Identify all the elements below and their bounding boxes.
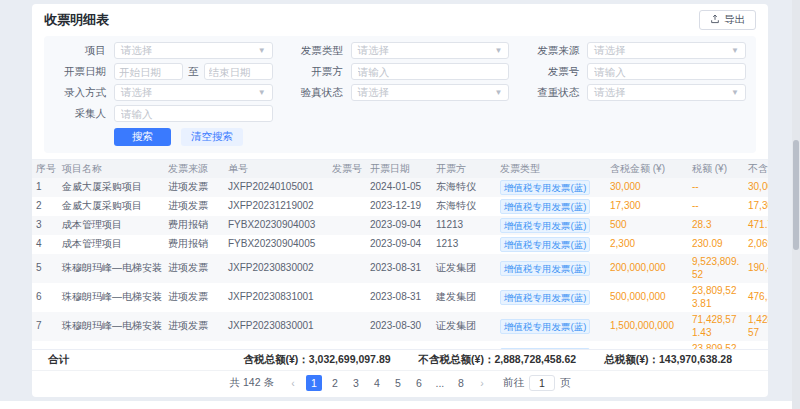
page-button-3[interactable]: 3: [348, 375, 364, 391]
end-date-input[interactable]: [204, 63, 273, 80]
cell-source: 费用报销: [164, 235, 224, 254]
start-date-input[interactable]: [114, 63, 183, 80]
table-body: 1 金威大厦采购项目 进项发票 JXFP20240105001 2024-01-…: [32, 178, 768, 349]
verify-status-select[interactable]: 请选择 ▼: [351, 84, 510, 101]
cell-source: 进项发票: [164, 178, 224, 197]
cell-tax: 23,809,523.81: [688, 341, 744, 349]
cell-net: 30,000: [744, 178, 768, 197]
collector-input[interactable]: [114, 105, 273, 122]
jumper-input[interactable]: [529, 375, 555, 391]
cell-invoice-no: [328, 283, 366, 312]
prev-page-button[interactable]: ‹: [285, 375, 301, 391]
page-button-1[interactable]: 1: [306, 375, 322, 391]
chevron-down-icon: ▼: [258, 89, 266, 97]
filter-entry-method: 录入方式 请选择 ▼: [54, 84, 273, 101]
page-button-8[interactable]: 8: [453, 375, 469, 391]
bottom-strip: [0, 401, 792, 409]
invoice-type-select[interactable]: 请选择 ▼: [351, 42, 510, 59]
cell-type: 增值税专用发票(蓝): [496, 235, 606, 254]
cell-issuer: 建发集团: [432, 341, 496, 349]
table-row[interactable]: 7 珠穆朗玛峰—电梯安装 进项发票 JXFP20230830001 2023-0…: [32, 312, 768, 341]
filter-invoice-date-label: 开票日期: [54, 65, 106, 79]
cell-order-no: FYBX20230904005: [224, 235, 328, 254]
cell-date: 2023-08-31: [366, 254, 432, 283]
clear-search-button[interactable]: 清空搜索: [181, 128, 243, 146]
verify-status-select-value: 请选择: [358, 86, 390, 100]
cell-amount: 500,000,000: [606, 341, 688, 349]
cell-invoice-no: [328, 341, 366, 349]
cell-order-no: FYBX20230904003: [224, 216, 328, 235]
column-header-order-no: 单号: [224, 160, 328, 178]
export-button[interactable]: 导出: [699, 10, 756, 30]
table-row[interactable]: 2 金威大厦采购项目 进项发票 JXFP20231219002 2023-12-…: [32, 197, 768, 216]
cell-issuer: 建发集团: [432, 283, 496, 312]
filter-project: 项目 请选择 ▼: [54, 42, 273, 59]
invoice-type-badge: 增值税专用发票(蓝): [500, 199, 590, 214]
column-header-project: 项目名称: [58, 160, 164, 178]
invoice-source-select[interactable]: 请选择 ▼: [587, 42, 746, 59]
project-select[interactable]: 请选择 ▼: [114, 42, 273, 59]
table-row[interactable]: 5 珠穆朗玛峰—电梯安装 进项发票 JXFP20230830002 2023-0…: [32, 254, 768, 283]
table-row[interactable]: 3 成本管理项目 费用报销 FYBX20230904003 2023-09-04…: [32, 216, 768, 235]
cell-source: 费用报销: [164, 216, 224, 235]
cell-issuer: 11213: [432, 216, 496, 235]
chevron-down-icon: ▼: [731, 89, 739, 97]
cell-net: 476,190,476.19: [744, 341, 768, 349]
cell-project: 成本管理项目: [58, 216, 164, 235]
page-button-4[interactable]: 4: [369, 375, 385, 391]
cell-net: 1,428,571,428.57: [744, 312, 768, 341]
page-button-5[interactable]: 5: [390, 375, 406, 391]
cell-invoice-no: [328, 197, 366, 216]
cell-project: 珠穆朗玛峰—电梯安装: [58, 312, 164, 341]
cell-index: 7: [32, 312, 58, 341]
summary-label: 合计: [48, 353, 69, 367]
filter-invoice-type-label: 发票类型: [291, 44, 343, 58]
entry-method-select[interactable]: 请选择 ▼: [114, 84, 273, 101]
pagination: 共 142 条 ‹ 1 2 3 4 5 6 ... 8 › 前往 页: [32, 370, 768, 397]
table-row[interactable]: 1 金威大厦采购项目 进项发票 JXFP20240105001 2024-01-…: [32, 178, 768, 197]
filter-invoice-type: 发票类型 请选择 ▼: [291, 42, 510, 59]
page-button-6[interactable]: 6: [411, 375, 427, 391]
cell-net: 2,069.91: [744, 235, 768, 254]
filter-issuer: 开票方: [291, 63, 510, 80]
cell-tax: 28.3: [688, 216, 744, 235]
page-button-2[interactable]: 2: [327, 375, 343, 391]
cell-amount: 1,500,000,000: [606, 312, 688, 341]
cell-tax: 23,809,523.81: [688, 283, 744, 312]
filter-duplicate-status: 查重状态 请选择 ▼: [527, 84, 746, 101]
table-row[interactable]: 4 成本管理项目 费用报销 FYBX20230904005 2023-09-04…: [32, 235, 768, 254]
filter-invoice-source: 发票来源 请选择 ▼: [527, 42, 746, 59]
cell-index: 5: [32, 254, 58, 283]
cell-issuer: 1213: [432, 235, 496, 254]
cell-invoice-no: [328, 178, 366, 197]
search-button[interactable]: 搜索: [114, 128, 171, 146]
filter-invoice-source-label: 发票来源: [527, 44, 579, 58]
cell-type: 增值税专用发票(蓝): [496, 341, 606, 349]
cell-source: 进项发票: [164, 283, 224, 312]
invoice-no-input[interactable]: [587, 63, 746, 80]
cell-project: 金威大厦采购项目: [58, 178, 164, 197]
invoice-type-badge: 增值税专用发票(蓝): [500, 237, 590, 252]
vertical-scrollbar-track: [792, 0, 800, 409]
export-button-label: 导出: [724, 13, 745, 27]
invoice-type-badge: 增值税专用发票(蓝): [500, 319, 590, 334]
table-row[interactable]: 6 珠穆朗玛峰—电梯安装 进项发票 JXFP20230831001 2023-0…: [32, 283, 768, 312]
date-range-picker: 至: [114, 63, 273, 80]
next-page-button[interactable]: ›: [474, 375, 490, 391]
vertical-scrollbar-thumb[interactable]: [793, 140, 799, 250]
pagination-total: 共 142 条: [230, 376, 274, 390]
jumper-prefix: 前往: [503, 376, 524, 390]
summary-tax-total: 总税额(¥)：143,970,638.28: [604, 353, 732, 367]
issuer-input[interactable]: [351, 63, 510, 80]
filter-actions: 搜索 清空搜索: [114, 128, 746, 146]
filter-issuer-label: 开票方: [291, 65, 343, 79]
invoice-table-wrap: 序号 项目名称 发票来源 单号 发票号 开票日期 开票方 发票类型 含税金额 (…: [32, 159, 768, 349]
duplicate-status-select[interactable]: 请选择 ▼: [587, 84, 746, 101]
table-row[interactable]: 8 珠穆朗玛峰—电梯安装 进项发票 JXFP20230830003 2023-0…: [32, 341, 768, 349]
summary-tax-excl-total: 不含税总额(¥)：2,888,728,458.62: [419, 353, 577, 367]
cell-net: 476,190,476.19: [744, 283, 768, 312]
cell-type: 增值税专用发票(蓝): [496, 197, 606, 216]
project-select-value: 请选择: [121, 44, 153, 58]
invoice-source-select-value: 请选择: [594, 44, 626, 58]
cell-invoice-no: [328, 216, 366, 235]
